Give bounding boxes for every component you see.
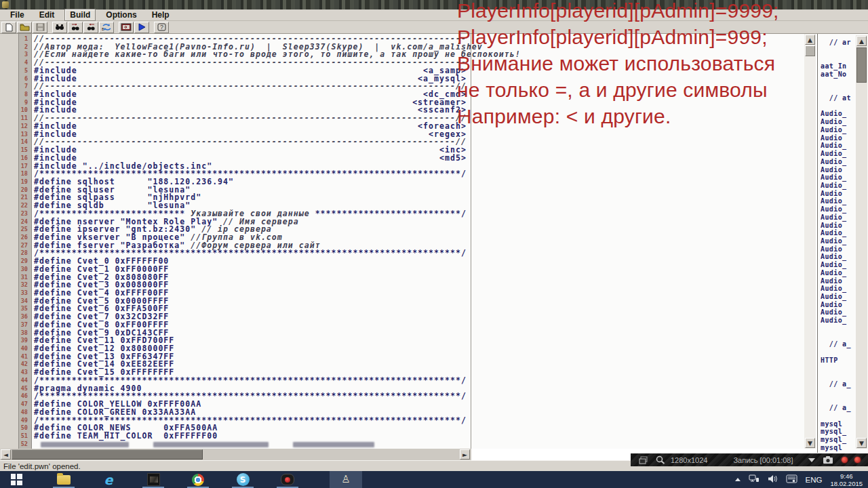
function-list-item[interactable]: Audio_ xyxy=(821,158,856,166)
line-number: 37 xyxy=(0,321,31,329)
function-list-item[interactable]: aat_In xyxy=(821,62,856,70)
function-list-item[interactable]: mysql_ xyxy=(821,428,856,436)
hscroll-left-arrow[interactable]: ◄ xyxy=(1,449,11,460)
line-number: 1 xyxy=(0,35,31,43)
function-list-blank xyxy=(821,54,856,62)
function-list-blank xyxy=(821,364,856,372)
function-list-item[interactable]: // at xyxy=(821,94,856,102)
function-list-item[interactable]: Audio_ xyxy=(821,174,856,182)
function-list-item[interactable]: Audio_ xyxy=(821,269,856,277)
function-list-scrollbar[interactable]: ▲ ▼ xyxy=(856,35,867,449)
function-list-item[interactable]: HTTP xyxy=(821,357,856,365)
function-list-blank xyxy=(821,396,856,404)
function-list-item[interactable]: Audio_ xyxy=(821,110,856,118)
taskbar-item-skype[interactable]: S xyxy=(226,471,259,488)
function-list-item[interactable]: Audio_ xyxy=(821,237,856,245)
menu-item-options[interactable]: Options xyxy=(101,9,141,20)
function-list-item[interactable]: Audio_ xyxy=(821,134,856,142)
new-button[interactable] xyxy=(1,22,16,33)
replace-button[interactable]: B xyxy=(99,22,114,33)
function-list-blank xyxy=(821,86,856,94)
function-list-item[interactable]: Audio_ xyxy=(821,166,856,174)
editor-hscrollbar[interactable]: ◄ ► xyxy=(0,449,471,460)
function-list-item[interactable]: Audio_ xyxy=(821,126,856,134)
function-list-item[interactable]: Audio_ xyxy=(821,261,856,269)
hscroll-right-arrow[interactable]: ► xyxy=(460,449,470,460)
code-text xyxy=(34,441,387,449)
funclist-down-arrow[interactable]: ▼ xyxy=(856,438,867,448)
recorder-windows-icon[interactable] xyxy=(639,456,648,464)
find-next-button[interactable] xyxy=(83,22,98,33)
recorder-dropdown-icon[interactable] xyxy=(808,458,815,462)
funclist-thumb[interactable] xyxy=(856,47,867,83)
recorder-zoom-icon[interactable] xyxy=(656,455,665,464)
function-list-item[interactable]: Audio_ xyxy=(821,253,856,261)
function-list-item[interactable]: mysql_ xyxy=(821,444,856,452)
function-list-item[interactable]: // a_ xyxy=(821,404,856,412)
menu-item-edit[interactable]: Edit xyxy=(35,9,60,20)
editor-vscrollbar[interactable]: ▲ ▼ xyxy=(804,34,816,449)
language-indicator[interactable]: ENG xyxy=(806,476,823,484)
menu-item-build[interactable]: Build xyxy=(64,9,96,21)
start-button[interactable] xyxy=(0,471,33,488)
run-button[interactable] xyxy=(134,22,149,33)
taskbar-item-internet-explorer[interactable]: e xyxy=(92,471,125,488)
function-list-item[interactable]: Audio_ xyxy=(821,308,856,317)
taskbar-clock[interactable]: 9:46 18.02.2015 xyxy=(830,472,863,487)
function-list-item[interactable]: // a_ xyxy=(821,380,856,388)
line-number: 12 xyxy=(0,123,31,131)
function-list-item[interactable]: Audio_ xyxy=(821,301,856,309)
funclist-up-arrow[interactable]: ▲ xyxy=(856,36,867,46)
volume-icon[interactable] xyxy=(768,474,778,486)
line-number: 35 xyxy=(0,305,31,313)
network-icon[interactable] xyxy=(749,474,760,486)
function-list-item[interactable]: Audio_ xyxy=(821,190,856,198)
function-list-item[interactable]: mysql_ xyxy=(821,436,856,444)
hscroll-thumb[interactable] xyxy=(12,449,203,460)
function-list-item[interactable]: Audio_ xyxy=(821,293,856,301)
function-list-item[interactable]: // ar xyxy=(821,39,856,47)
function-list-item[interactable]: mysql_ xyxy=(821,420,856,428)
taskbar-item-chrome[interactable] xyxy=(182,471,214,488)
vscroll-down-arrow[interactable]: ▼ xyxy=(805,438,815,448)
vscroll-up-arrow[interactable]: ▲ xyxy=(805,35,815,45)
function-list-item[interactable]: Audio_ xyxy=(821,222,856,230)
function-list-item[interactable]: Audio_ xyxy=(821,197,856,205)
find-button[interactable] xyxy=(52,22,67,33)
line-number: 43 xyxy=(0,369,31,377)
hidden-icons-chevron[interactable] xyxy=(735,478,741,481)
function-list-item[interactable]: Audio_ xyxy=(821,245,856,253)
function-list-item[interactable]: aat_No xyxy=(821,70,856,79)
taskbar-item-pawno[interactable]: ♙ xyxy=(330,471,362,488)
open-button[interactable] xyxy=(17,22,32,33)
language-panel-icon[interactable] xyxy=(786,474,797,486)
save-button[interactable] xyxy=(33,22,47,33)
code-line: 51#define TEAM_HIT_COLOR 0xFFFFFF00 xyxy=(0,432,804,441)
function-list-item[interactable]: Audio_ xyxy=(821,118,856,126)
function-list-item[interactable]: Audio_ xyxy=(821,277,856,285)
taskbar-item-screen-recorder[interactable] xyxy=(271,471,304,488)
line-number: 17 xyxy=(0,163,31,171)
vscroll-thumb[interactable] xyxy=(805,45,815,56)
annotation-line: PlayerInfo[playerid][pAdmin]=999; xyxy=(457,24,779,50)
function-list-item[interactable]: Audio_ xyxy=(821,150,856,158)
recorder-record-button[interactable] xyxy=(842,457,848,463)
recorder-stop-button[interactable] xyxy=(854,457,861,463)
function-list-item[interactable]: Audio_ xyxy=(821,182,856,190)
function-list-item[interactable]: Audio_ xyxy=(821,285,856,293)
taskbar-item-file-explorer[interactable] xyxy=(47,471,80,488)
function-list-item[interactable]: Audio_ xyxy=(821,205,856,214)
function-list-item[interactable]: // a_ xyxy=(821,340,856,348)
menu-item-help[interactable]: Help xyxy=(147,9,174,20)
compile-window-button[interactable] xyxy=(119,22,134,33)
function-list-item[interactable]: Audio_ xyxy=(821,142,856,150)
recorder-camera-icon[interactable] xyxy=(823,456,833,464)
function-list-item[interactable]: Audio_ xyxy=(821,229,856,237)
function-list-item[interactable]: Audio_ xyxy=(821,214,856,222)
line-number: 10 xyxy=(0,106,31,115)
function-list-item[interactable]: Audio_ xyxy=(821,317,856,325)
taskbar-item-game[interactable] xyxy=(137,471,170,488)
menu-item-file[interactable]: File xyxy=(5,9,29,20)
help-button[interactable]: ? xyxy=(154,22,169,33)
find-prev-button[interactable] xyxy=(68,22,83,33)
